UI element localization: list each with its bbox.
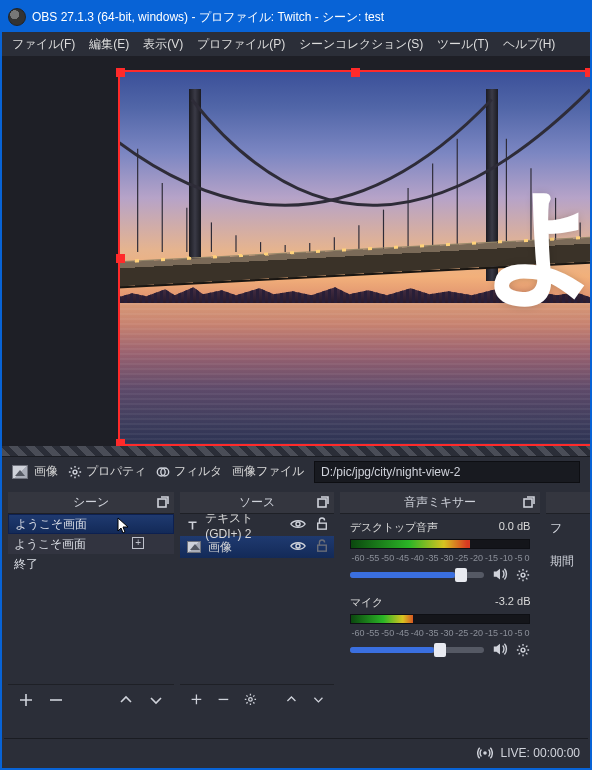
menubar: ファイル(F) 編集(E) 表示(V) プロファイル(P) シーンコレクション(…: [2, 32, 590, 56]
scenes-header[interactable]: シーン: [8, 492, 174, 514]
svg-rect-21: [158, 499, 166, 507]
add-badge-icon: +: [132, 537, 144, 549]
svg-rect-28: [524, 499, 532, 507]
gear-icon: [68, 465, 82, 479]
overlay-text: よ: [483, 183, 590, 303]
mixer-db-value: 0.0 dB: [499, 520, 531, 535]
svg-rect-26: [318, 545, 327, 551]
scene-item[interactable]: ようこそ画面: [8, 514, 174, 534]
audio-mixer-dock: 音声ミキサー デスクトップ音声 0.0 dB -60-55-50-45-40-3…: [340, 492, 540, 714]
menu-view[interactable]: 表示(V): [143, 36, 183, 53]
remove-scene-button[interactable]: [48, 692, 64, 708]
speaker-icon[interactable]: [492, 642, 508, 658]
svg-rect-24: [318, 523, 327, 529]
popout-icon[interactable]: [522, 495, 536, 509]
mixer-channel-label: マイク: [350, 595, 383, 610]
text-icon: [186, 517, 199, 533]
slider-knob[interactable]: [434, 643, 446, 657]
live-timer: LIVE: 00:00:00: [501, 746, 580, 760]
audio-meter: [350, 539, 530, 549]
svg-point-30: [522, 648, 526, 652]
status-bar: LIVE: 00:00:00: [4, 738, 588, 766]
svg-point-23: [296, 521, 300, 525]
broadcast-icon: [477, 745, 493, 761]
bridge-pylon: [189, 89, 201, 281]
properties-button[interactable]: プロパティ: [68, 463, 146, 480]
cursor-icon: [117, 517, 131, 535]
move-down-button[interactable]: [312, 692, 325, 708]
scenes-list[interactable]: ようこそ画面 ようこそ画面 + 終了: [8, 514, 174, 684]
window-title: OBS 27.1.3 (64-bit, windows) - プロファイル: T…: [32, 9, 384, 26]
sources-list[interactable]: テキスト (GDI+) 2 画像: [180, 514, 334, 684]
scene-item[interactable]: 終了: [8, 554, 174, 574]
docks-row: シーン ようこそ画面 ようこそ画面 + 終了 ソース: [2, 486, 590, 714]
divider-hatch: [2, 446, 590, 456]
menu-tools[interactable]: ツール(T): [437, 36, 488, 53]
filter-icon: [156, 465, 170, 479]
move-up-button[interactable]: [118, 692, 134, 708]
add-scene-button[interactable]: [18, 692, 34, 708]
sources-toolbar: [180, 684, 334, 714]
image-file-label: 画像ファイル: [232, 463, 304, 480]
transition-select[interactable]: フ: [550, 520, 586, 537]
duration-label: 期間: [550, 553, 586, 570]
menu-scene-collection[interactable]: シーンコレクション(S): [299, 36, 423, 53]
image-icon: [186, 539, 202, 555]
preview-image: よ: [118, 70, 590, 446]
svg-point-25: [296, 543, 300, 547]
transitions-dock: フ 期間: [546, 492, 590, 714]
audio-meter: [350, 614, 530, 624]
meter-ticks: -60-55-50-45-40-35-30-25-20-15-10-50: [350, 553, 530, 563]
volume-slider[interactable]: [350, 572, 484, 578]
sources-header[interactable]: ソース: [180, 492, 334, 514]
image-path-field[interactable]: D:/pic/jpg/city/night-view-2: [314, 461, 580, 483]
menu-edit[interactable]: 編集(E): [89, 36, 129, 53]
svg-rect-22: [318, 499, 326, 507]
lock-toggle[interactable]: [316, 539, 328, 556]
sources-dock: ソース テキスト (GDI+) 2 画像: [180, 492, 334, 714]
mixer-db-value: -3.2 dB: [495, 595, 530, 610]
channel-settings-button[interactable]: [516, 643, 530, 657]
scenes-dock: シーン ようこそ画面 ようこそ画面 + 終了: [8, 492, 174, 714]
selected-source-label: 画像: [34, 463, 58, 480]
add-source-button[interactable]: [190, 692, 203, 708]
preview-canvas[interactable]: よ: [118, 70, 590, 446]
popout-icon[interactable]: [316, 495, 330, 509]
filters-button[interactable]: フィルタ: [156, 463, 222, 480]
meter-ticks: -60-55-50-45-40-35-30-25-20-15-10-50: [350, 628, 530, 638]
svg-point-27: [249, 698, 253, 702]
transitions-header[interactable]: [546, 492, 590, 514]
mixer-channel-label: デスクトップ音声: [350, 520, 438, 535]
visibility-toggle[interactable]: [290, 518, 306, 533]
svg-point-31: [483, 751, 487, 755]
slider-knob[interactable]: [455, 568, 467, 582]
menu-file[interactable]: ファイル(F): [12, 36, 75, 53]
visibility-toggle[interactable]: [290, 540, 306, 555]
image-icon: [12, 465, 28, 479]
app-logo-icon: [8, 8, 26, 26]
source-settings-button[interactable]: [244, 692, 257, 708]
menu-profile[interactable]: プロファイル(P): [197, 36, 285, 53]
mixer-body: デスクトップ音声 0.0 dB -60-55-50-45-40-35-30-25…: [340, 514, 540, 714]
channel-settings-button[interactable]: [516, 568, 530, 582]
scenes-toolbar: [8, 684, 174, 714]
titlebar: OBS 27.1.3 (64-bit, windows) - プロファイル: T…: [2, 2, 590, 32]
move-up-button[interactable]: [285, 692, 298, 708]
speaker-icon[interactable]: [492, 567, 508, 583]
preview-area: よ: [2, 56, 590, 456]
volume-slider[interactable]: [350, 647, 484, 653]
menu-help[interactable]: ヘルプ(H): [503, 36, 556, 53]
popout-icon[interactable]: [156, 495, 170, 509]
remove-source-button[interactable]: [217, 692, 230, 708]
source-item[interactable]: テキスト (GDI+) 2: [180, 514, 334, 536]
lock-toggle[interactable]: [316, 517, 328, 534]
source-property-bar: 画像 プロパティ フィルタ 画像ファイル D:/pic/jpg/city/nig…: [2, 456, 590, 486]
svg-point-29: [522, 573, 526, 577]
mixer-header[interactable]: 音声ミキサー: [340, 492, 540, 514]
scene-item[interactable]: ようこそ画面 +: [8, 534, 174, 554]
move-down-button[interactable]: [148, 692, 164, 708]
svg-point-18: [73, 470, 77, 474]
